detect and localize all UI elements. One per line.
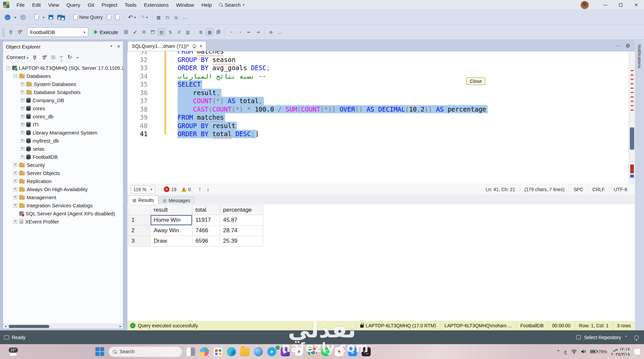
folder-icon[interactable] [240,347,249,356]
code-line[interactable]: 31FROM matches [127,51,635,56]
code-line[interactable]: 35SELECT [127,80,635,89]
database-selector[interactable]: FootballDB ▾ [27,27,88,37]
tab-close-icon[interactable]: ✕ [199,44,203,49]
tree-item[interactable]: +cores [3,104,123,112]
expander-icon[interactable]: + [21,107,24,110]
clock[interactable]: ١٢:١٧ ص ٢٠٢٥/٣/١٥ [611,347,630,357]
taskbar-search[interactable]: Search [109,347,182,357]
start-button[interactable] [95,347,104,356]
close-tooltip[interactable]: Close [466,78,485,85]
tabstrip-overflow-icon[interactable]: ⋯ [615,43,620,49]
cancel-query-icon[interactable] [124,30,128,34]
tree-item[interactable]: +Database Snapshots [3,88,123,96]
tab-results[interactable]: ▦ Results [128,196,158,204]
scrollbar-thumb[interactable] [630,127,634,150]
tree-item[interactable]: +ITI [3,120,123,128]
zoom-selector[interactable]: 116 %▾ [131,185,155,193]
column-header-total[interactable]: total [192,205,220,215]
tray-overflow-icon[interactable]: ⌃ [556,349,560,354]
expander-icon[interactable]: + [21,139,24,143]
row-header[interactable]: 2 [128,226,151,236]
code-line[interactable]: 33ORDER BY avg_goals DESC; [127,64,635,72]
expander-icon[interactable]: − [13,74,17,78]
code-line[interactable]: 40GROUP BY result [127,122,635,130]
tree-item[interactable]: SQL Server Agent (Agent XPs disabled) [3,209,123,217]
menu-edit[interactable]: Edit [28,0,44,10]
store-icon[interactable] [213,347,222,356]
encoding[interactable]: UTF-8 [609,187,632,192]
intellisense-icon[interactable]: ▤ [158,28,165,36]
code-line[interactable]: 39FROM matches [127,113,635,122]
new-query-button[interactable]: New Query [72,13,104,21]
line-ending[interactable]: CRLF [588,187,609,192]
table-cell[interactable]: Home Win [151,215,192,226]
expander-icon[interactable]: + [13,171,17,175]
increase-indent-icon[interactable]: ⇥ [254,28,262,36]
whatsapp-icon[interactable]: ✆ [321,347,330,356]
menu-file[interactable]: File [13,0,28,10]
globe-icon[interactable] [254,347,263,356]
expander-icon[interactable]: + [13,196,17,199]
specify-values-icon[interactable]: ⊕ [267,28,275,36]
decrease-indent-icon[interactable]: ⇤ [245,28,253,36]
query-options-icon[interactable]: 🗔 [149,28,156,36]
expander-icon[interactable]: + [21,131,24,134]
touch-keyboard-icon[interactable] [634,348,641,355]
terminal-icon[interactable]: >_ [362,347,371,356]
column-header-result[interactable]: result [151,205,192,215]
pin-icon[interactable] [192,44,196,49]
open-file-button[interactable] [114,13,121,21]
refresh-icon[interactable]: ↻ [67,54,72,60]
expander-icon[interactable]: + [21,147,24,151]
expander-icon[interactable]: + [13,187,17,191]
results-to-grid-icon[interactable]: ▦ [206,28,213,36]
wifi-icon[interactable] [571,349,577,354]
new-database-query-button[interactable] [105,13,113,21]
row-header[interactable]: 1 [128,215,151,226]
table-cell[interactable]: 11917 [192,215,220,226]
indent-mode[interactable]: SPC [569,187,588,192]
tab-sqlquery1[interactable]: SQLQuery1....oham (71))* ✕ [127,41,206,51]
chrome-icon[interactable] [308,347,317,356]
minimize-button[interactable]: — [597,0,613,10]
navigate-back-dropdown[interactable]: ▾ [13,14,18,20]
tree-item[interactable]: +FootballDB [3,153,123,161]
code-line[interactable]: 34-- نسبة نتائج المباريات [127,72,635,81]
volume-icon[interactable] [581,349,586,354]
code-line[interactable]: 36 result, [127,89,635,97]
code-line[interactable]: 37 COUNT(*) AS total, [127,97,635,105]
scroll-right-icon[interactable]: ► [118,325,123,328]
expander-icon[interactable]: + [21,155,24,159]
photos-icon[interactable] [200,347,209,356]
tree-item[interactable]: −Databases [3,72,123,80]
expander-icon[interactable]: + [21,82,24,86]
uncomment-icon[interactable]: ⹀ [237,28,244,36]
menu-view[interactable]: View [44,0,63,10]
select-repository[interactable]: Select Repository [584,335,621,340]
previous-issue-icon[interactable]: ↑ [198,186,201,193]
tree-item[interactable]: +Integration Services Catalogs [3,201,123,209]
toolbar2-overflow-button[interactable]: … [276,28,284,36]
ai-icon[interactable]: ✳ [294,347,303,356]
input-language[interactable]: ع [564,349,567,354]
menu-git[interactable]: Git [84,0,98,10]
notifications-tab[interactable]: Notifications [637,44,642,68]
swirl-icon[interactable] [227,347,236,356]
menu-query[interactable]: Query [63,0,84,10]
code-editor[interactable]: 31FROM matches32GROUP BY season33ORDER B… [127,51,635,184]
results-to-file-icon[interactable]: 🗐 [215,28,222,36]
telegram-icon[interactable]: ➤ [267,347,276,356]
parse-icon[interactable]: ✓ [131,28,139,36]
menu-search[interactable]: Search ▾ [216,2,248,8]
tree-item[interactable]: −LAPTOP-6LT3QMHQ (SQL Server 17.0.1105.2… [3,64,123,72]
client-stats-icon[interactable]: ▥ [184,28,191,36]
user-avatar[interactable] [581,1,589,9]
tree-horizontal-scrollbar[interactable]: ◄ ► [3,324,123,329]
tree-item[interactable]: +selas [3,145,123,153]
expander-icon[interactable]: + [13,179,17,183]
change-connection-icon[interactable] [16,28,24,36]
error-count[interactable]: 19 [171,187,177,192]
tree-item[interactable]: +Security [3,161,123,169]
z-icon[interactable]: Z [348,347,357,356]
redo-button[interactable]: ↷▾ [138,13,149,21]
